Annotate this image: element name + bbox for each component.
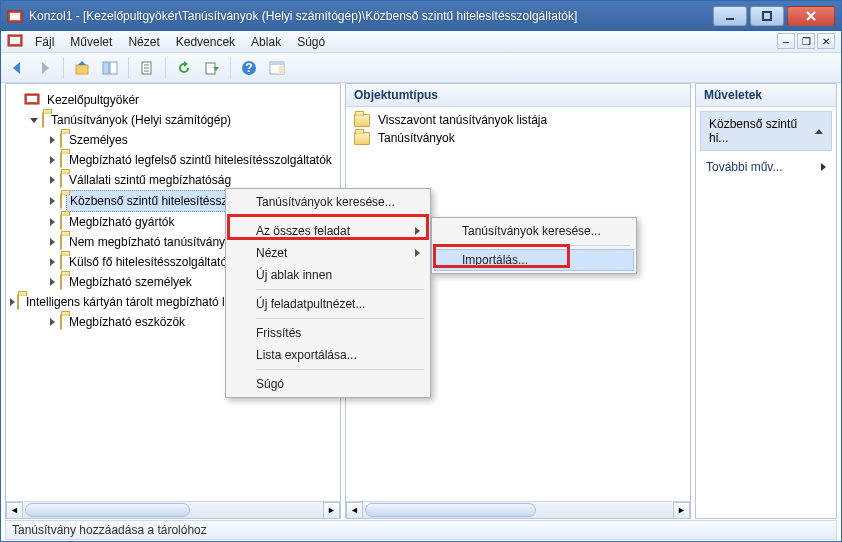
mdi-minimize[interactable]: – — [777, 33, 795, 49]
list-label: Visszavont tanúsítványok listája — [378, 111, 547, 129]
toolbar: ? — [1, 53, 841, 83]
center-header: Objektumtípus — [346, 84, 690, 107]
svg-rect-18 — [206, 63, 215, 74]
expander-icon[interactable] — [46, 154, 58, 166]
list-item[interactable]: Visszavont tanúsítványok listája — [354, 111, 682, 129]
ctx-sub-item[interactable]: Importálás... — [434, 249, 634, 271]
tree-item-2[interactable]: Vállalati szintű megbízhatóság — [10, 170, 336, 190]
svg-rect-7 — [10, 37, 20, 44]
forward-button[interactable] — [33, 56, 57, 80]
tree-label: Megbízható személyek — [66, 272, 195, 292]
help-button[interactable]: ? — [237, 56, 261, 80]
actions-header: Műveletek — [696, 84, 836, 107]
expander-icon[interactable] — [46, 174, 58, 186]
window-title: Konzol1 - [Kezelőpultgyökér\Tanúsítványo… — [29, 9, 710, 23]
tree-item-0[interactable]: Személyes — [10, 130, 336, 150]
svg-rect-24 — [279, 66, 284, 74]
back-button[interactable] — [5, 56, 29, 80]
expander-icon[interactable] — [10, 296, 15, 308]
list-item[interactable]: Tanúsítványok — [354, 129, 682, 147]
svg-rect-2 — [726, 18, 734, 20]
svg-marker-9 — [42, 62, 49, 74]
expander-icon[interactable] — [46, 256, 58, 268]
svg-rect-10 — [76, 65, 88, 74]
svg-rect-26 — [27, 96, 37, 102]
ctx-item[interactable]: Súgó — [228, 373, 428, 395]
tree-label: Tanúsítványok (Helyi számítógép) — [48, 110, 234, 130]
context-menu: Tanúsítványok keresése...Az összes felad… — [225, 188, 431, 398]
ctx-item[interactable]: Új feladatpultnézet... — [228, 293, 428, 315]
expander-icon[interactable] — [46, 276, 58, 288]
mdi-restore[interactable]: ❐ — [797, 33, 815, 49]
expander-icon[interactable] — [46, 316, 58, 328]
ctx-item[interactable]: Nézet — [228, 242, 428, 264]
properties-button[interactable] — [265, 56, 289, 80]
status-text: Tanúsítvány hozzáadása a tárolóhoz — [12, 523, 207, 537]
export-button[interactable] — [200, 56, 224, 80]
app-icon — [7, 8, 23, 24]
statusbar: Tanúsítvány hozzáadása a tárolóhoz — [5, 520, 837, 540]
close-button[interactable] — [787, 6, 835, 26]
svg-marker-11 — [78, 61, 86, 65]
list-label: Tanúsítványok — [378, 129, 455, 147]
mdi-close[interactable]: ✕ — [817, 33, 835, 49]
ctx-separator — [256, 289, 424, 290]
mdi-icon — [7, 32, 23, 51]
svg-rect-13 — [110, 62, 117, 74]
tree-item-1[interactable]: Megbízható legfelső szintű hitelesítéssz… — [10, 150, 336, 170]
tree-label: Megbízható gyártók — [66, 212, 177, 232]
center-hscroll[interactable]: ◄► — [346, 501, 690, 518]
ctx-item[interactable]: Az összes feladat — [228, 220, 428, 242]
submenu-arrow-icon — [415, 249, 420, 257]
actions-more-link[interactable]: További műv... — [696, 155, 836, 179]
refresh-button[interactable] — [172, 56, 196, 80]
tree-root[interactable]: Kezelőpultgyökér — [10, 90, 336, 110]
up-button[interactable] — [70, 56, 94, 80]
actions-body: Közbenső szintű hi... További műv... — [696, 107, 836, 518]
folder-icon — [24, 91, 44, 110]
window-titlebar: Konzol1 - [Kezelőpultgyökér\Tanúsítványo… — [1, 1, 841, 31]
expander-icon[interactable] — [46, 134, 58, 146]
svg-marker-8 — [13, 62, 20, 74]
ctx-item[interactable]: Tanúsítványok keresése... — [228, 191, 428, 213]
menu-file[interactable]: Fájl — [27, 31, 62, 53]
svg-text:?: ? — [245, 61, 252, 75]
tree-label: Személyes — [66, 130, 131, 150]
copy-button[interactable] — [135, 56, 159, 80]
show-hide-tree-button[interactable] — [98, 56, 122, 80]
menu-action[interactable]: Művelet — [62, 31, 120, 53]
tree-cert-root[interactable]: Tanúsítványok (Helyi számítógép) — [10, 110, 336, 130]
menu-view[interactable]: Nézet — [120, 31, 167, 53]
expander-icon[interactable] — [46, 216, 58, 228]
tree-label: Nem megbízható tanúsítványok — [66, 232, 241, 252]
expander-icon[interactable] — [28, 114, 40, 126]
menu-help[interactable]: Súgó — [289, 31, 333, 53]
ctx-item[interactable]: Új ablak innen — [228, 264, 428, 286]
chevron-right-icon — [821, 163, 826, 171]
tree-label: Megbízható legfelső szintű hitelesítéssz… — [66, 150, 335, 170]
ctx-separator — [462, 245, 630, 246]
tree-label: Kezelőpultgyökér — [44, 90, 142, 110]
context-submenu: Tanúsítványok keresése...Importálás... — [431, 217, 637, 274]
folder-icon — [354, 114, 370, 127]
actions-more-label: További műv... — [706, 160, 782, 174]
expander-icon[interactable] — [46, 195, 58, 207]
actions-section-title[interactable]: Közbenső szintű hi... — [700, 111, 832, 151]
collapse-icon — [815, 129, 823, 134]
minimize-button[interactable] — [713, 6, 747, 26]
actions-section-label: Közbenső szintű hi... — [709, 117, 815, 145]
ctx-item[interactable]: Lista exportálása... — [228, 344, 428, 366]
expander-icon[interactable] — [10, 94, 22, 106]
tree-label: Megbízható eszközök — [66, 312, 188, 332]
ctx-sub-item[interactable]: Tanúsítványok keresése... — [434, 220, 634, 242]
expander-icon[interactable] — [46, 236, 58, 248]
svg-rect-12 — [103, 62, 109, 74]
menu-window[interactable]: Ablak — [243, 31, 289, 53]
maximize-button[interactable] — [750, 6, 784, 26]
tree-hscroll[interactable]: ◄► — [6, 501, 340, 518]
ctx-item[interactable]: Frissítés — [228, 322, 428, 344]
ctx-separator — [256, 369, 424, 370]
tree-label: Vállalati szintű megbízhatóság — [66, 170, 234, 190]
menu-favorites[interactable]: Kedvencek — [168, 31, 243, 53]
svg-rect-1 — [10, 13, 20, 20]
